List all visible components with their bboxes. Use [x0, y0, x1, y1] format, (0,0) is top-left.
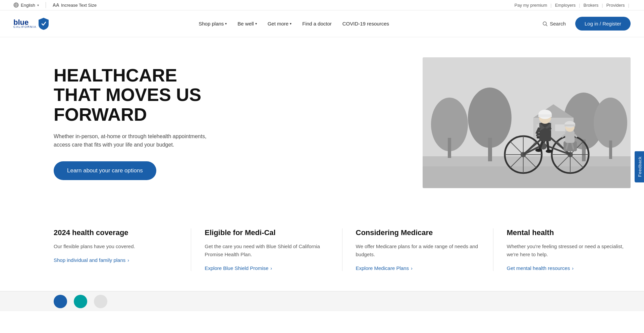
- language-selector[interactable]: English ▾: [13, 2, 39, 8]
- top-bar: English ▾ AA Increase Text Size Pay my p…: [0, 0, 644, 10]
- svg-point-54: [535, 149, 542, 152]
- svg-rect-60: [565, 124, 575, 126]
- card-2024-title: 2024 health coverage: [54, 228, 177, 237]
- card-1-arrow-icon: ›: [270, 266, 272, 271]
- card-mental-health-title: Mental health: [507, 228, 631, 237]
- feedback-tab[interactable]: Feedback: [635, 151, 644, 182]
- bottom-dot-2: [74, 295, 87, 308]
- language-label: English: [21, 3, 35, 8]
- search-button[interactable]: Search: [538, 18, 570, 29]
- card-medi-cal: Eligible for Medi-Cal Get the care you n…: [205, 228, 342, 271]
- globe-icon: [13, 2, 19, 8]
- hero-section: HEALTHCARE THAT MOVES US FORWARD Whether…: [0, 37, 644, 208]
- svg-rect-49: [538, 114, 552, 117]
- employers-link[interactable]: Employers: [555, 3, 576, 8]
- svg-rect-57: [565, 131, 575, 143]
- pipe2: |: [579, 3, 580, 8]
- bottom-bar: [0, 291, 644, 311]
- login-register-button[interactable]: Log in / Register: [575, 17, 631, 31]
- text-size-icon: AA: [53, 2, 59, 8]
- top-bar-divider1: [46, 2, 46, 8]
- svg-rect-15: [609, 141, 612, 159]
- card-2024-desc: Our flexible plans have you covered.: [54, 242, 177, 251]
- pay-premium-link[interactable]: Pay my premium: [515, 3, 547, 8]
- card-medicare-desc: We offer Medicare plans for a wide range…: [356, 242, 480, 259]
- search-label: Search: [550, 21, 566, 26]
- nav-be-well[interactable]: Be well ▾: [237, 11, 257, 36]
- bottom-dot-3: [94, 295, 107, 308]
- card-medicare: Considering Medicare We offer Medicare p…: [356, 228, 493, 271]
- card-medi-cal-title: Eligible for Medi-Cal: [205, 228, 328, 237]
- nav-get-more[interactable]: Get more ▾: [268, 11, 292, 36]
- shop-individual-family-link[interactable]: Shop individual and family plans ›: [54, 257, 177, 263]
- card-medicare-title: Considering Medicare: [356, 228, 480, 237]
- cards-section: 2024 health coverage Our flexible plans …: [0, 208, 644, 291]
- hero-image: [423, 57, 631, 188]
- explore-medicare-plans-link[interactable]: Explore Medicare Plans ›: [356, 265, 480, 271]
- nav-covid[interactable]: COVID-19 resources: [342, 11, 389, 36]
- svg-point-3: [543, 22, 546, 25]
- card-2024-health: 2024 health coverage Our flexible plans …: [54, 228, 191, 271]
- get-more-caret: ▾: [290, 22, 291, 25]
- card-mental-health: Mental health Whether you're feeling str…: [507, 228, 631, 271]
- svg-point-14: [594, 98, 627, 148]
- svg-line-4: [546, 24, 547, 26]
- nav-links: Shop plans ▾ Be well ▾ Get more ▾ Find a…: [199, 11, 389, 36]
- pipe1: |: [550, 3, 551, 8]
- text-size-label: Increase Text Size: [61, 3, 97, 8]
- hero-bike-illustration: [423, 57, 631, 188]
- card-0-arrow-icon: ›: [127, 258, 129, 263]
- brokers-link[interactable]: Brokers: [584, 3, 599, 8]
- search-icon: [542, 21, 548, 26]
- logo-shield-icon: [38, 17, 49, 31]
- card-mental-health-desc: Whether you're feeling stressed or need …: [507, 242, 631, 259]
- card-medi-cal-desc: Get the care you need with Blue Shield o…: [205, 242, 328, 259]
- nav-find-doctor[interactable]: Find a doctor: [302, 11, 332, 36]
- svg-line-53: [547, 141, 548, 151]
- svg-rect-9: [448, 138, 451, 158]
- explore-blue-shield-promise-link[interactable]: Explore Blue Shield Promise ›: [205, 265, 328, 271]
- hero-title: HEALTHCARE THAT MOVES US FORWARD: [54, 65, 208, 124]
- svg-rect-11: [488, 138, 492, 161]
- language-chevron: ▾: [37, 3, 39, 7]
- logo[interactable]: blue california: [13, 17, 49, 31]
- be-well-caret: ▾: [255, 22, 257, 25]
- bottom-dot-1: [54, 295, 67, 308]
- providers-link[interactable]: Providers: [606, 3, 625, 8]
- logo-california: california: [13, 25, 37, 29]
- increase-text-size[interactable]: AA Increase Text Size: [53, 2, 97, 8]
- pipe3: |: [602, 3, 603, 8]
- main-nav: blue california Shop plans ▾ Be well ▾ G…: [0, 10, 644, 37]
- shop-plans-caret: ▾: [225, 22, 227, 25]
- hero-subtitle: Whether in-person, at-home or through te…: [54, 132, 208, 149]
- hero-content: HEALTHCARE THAT MOVES US FORWARD Whether…: [54, 65, 208, 180]
- get-mental-health-resources-link[interactable]: Get mental health resources ›: [507, 265, 631, 271]
- card-3-arrow-icon: ›: [572, 266, 574, 271]
- svg-rect-19: [555, 124, 565, 131]
- pipe4: |: [628, 3, 629, 8]
- nav-right: Search Log in / Register: [538, 17, 631, 31]
- top-bar-links: Pay my premium | Employers | Brokers | P…: [515, 3, 631, 8]
- hero-cta-button[interactable]: Learn about your care options: [54, 161, 156, 180]
- nav-shop-plans[interactable]: Shop plans ▾: [199, 11, 227, 36]
- card-2-arrow-icon: ›: [411, 266, 413, 271]
- svg-point-55: [546, 150, 552, 153]
